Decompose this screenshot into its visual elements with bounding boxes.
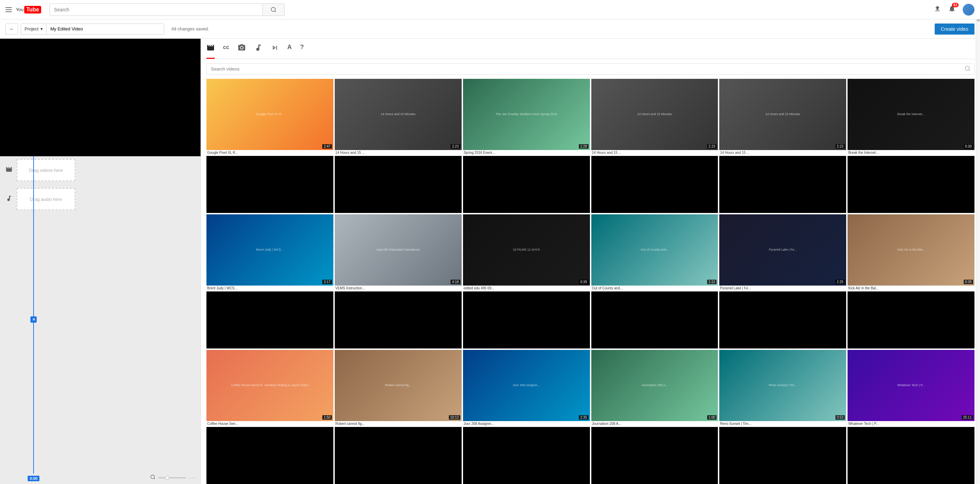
- video-card[interactable]: Journalism 208 A... 1:00 Journalism 208 …: [591, 350, 718, 484]
- upload-button[interactable]: [934, 5, 941, 14]
- project-name-input[interactable]: [47, 24, 164, 35]
- video-thumbnail: Jour 208 Assignm... 2:35: [463, 350, 590, 421]
- video-thumbnail: Kick Alz in the Bal... 0:35: [848, 214, 974, 286]
- video-duration: 25:11: [962, 415, 973, 420]
- notifications-button[interactable]: 83: [948, 5, 956, 14]
- svg-line-1: [275, 11, 275, 12]
- video-title: Coffee House Seri...: [207, 421, 333, 427]
- search-input[interactable]: [49, 3, 262, 16]
- video-card[interactable]: Robert cannot fig... 10:13 Robert cannot…: [335, 350, 461, 484]
- audio-drop-label: Drag audio here: [30, 197, 62, 202]
- video-thumbnail: Out of County and... 2:22: [591, 214, 718, 286]
- create-video-button[interactable]: Create video: [935, 24, 974, 35]
- video-thumbnail: 14 Hours and 15 Minutes 2:23: [719, 79, 846, 150]
- audio-drop-zone[interactable]: Drag audio here: [17, 188, 75, 210]
- video-card[interactable]: Google Pixel XL R... 2:47 Google Pixel X…: [207, 79, 333, 213]
- video-title: Spring 2016 Event...: [463, 150, 590, 156]
- menu-button[interactable]: [6, 7, 12, 12]
- video-duration: 4:18: [450, 280, 460, 284]
- header-actions: 83: [934, 4, 974, 16]
- video-thumbnail: Google Pixel XL R... 2:47: [207, 79, 333, 150]
- tab-video[interactable]: [207, 39, 215, 59]
- tab-help[interactable]: ?: [300, 39, 304, 59]
- video-drop-zone[interactable]: Drag videos here: [17, 159, 75, 181]
- video-thumbnail: Reno Sunset | Tim... 0:53: [719, 350, 846, 421]
- video-thumbnail: Pyramid Lake | Fe... 2:25: [719, 214, 846, 286]
- video-card[interactable]: Out of County and... 2:22 Out of County …: [591, 214, 718, 349]
- zoom-slider[interactable]: [158, 477, 186, 478]
- svg-line-6: [969, 70, 970, 70]
- preview-screen: [0, 39, 200, 156]
- main-content: ✕ Drag videos here Drag audio here 0:00: [0, 39, 980, 484]
- video-title: 14 Hours and 15 ...: [591, 150, 718, 156]
- video-title: Pyramid Lake | Fe...: [719, 286, 846, 292]
- video-title: VEMS Instruction...: [335, 286, 461, 292]
- timeline-scrubber[interactable]: [33, 156, 34, 474]
- tab-music[interactable]: [254, 39, 262, 59]
- video-thumbnail: 14 Hours and 15 Minutes 2:23: [591, 79, 718, 150]
- zoom-slider-thumb: [165, 476, 169, 480]
- scrubber-handle[interactable]: ✕: [30, 316, 37, 322]
- video-track: ✕ Drag videos here: [0, 156, 200, 184]
- tab-photo[interactable]: [237, 39, 246, 59]
- avatar[interactable]: [963, 4, 974, 16]
- video-card[interactable]: 14 Hours and 15 Minutes 2:23 14 Hours an…: [591, 79, 718, 213]
- zoom-icon[interactable]: [150, 474, 156, 481]
- zoom-controls: —: [150, 474, 195, 481]
- project-label: Project: [25, 26, 38, 32]
- video-thumbnail: Journalism 208 A... 1:00: [591, 350, 718, 421]
- video-card[interactable]: Jour 208 Assignm... 2:35 Jour 208 Assign…: [463, 350, 590, 484]
- video-thumbnail: Brent Judy | WCS... 3:17: [207, 214, 333, 286]
- video-title: 14 Hours and 15 ...: [335, 150, 461, 156]
- video-search-bar: [207, 63, 974, 75]
- svg-point-2: [151, 475, 154, 479]
- video-card[interactable]: The Joe Crowley Student Union Spring 201…: [463, 79, 590, 213]
- video-duration: 10:13: [449, 415, 460, 420]
- video-thumbnail: 10 FILMS 11 DAYS 0:39: [463, 214, 590, 286]
- svg-point-4: [241, 47, 243, 49]
- search-button[interactable]: [262, 3, 285, 16]
- right-panel: cc A ?: [200, 39, 980, 484]
- video-title: Robert cannot fig...: [335, 421, 461, 427]
- video-card[interactable]: Reno Sunset | Tim... 0:53 Reno Sunset | …: [719, 350, 846, 484]
- video-title: Reno Sunset | Tim...: [719, 421, 846, 427]
- audio-track-icon: [6, 195, 13, 204]
- project-dropdown[interactable]: Project ▾: [21, 24, 47, 35]
- video-duration: 2:47: [322, 144, 332, 149]
- video-title: Brent Judy | WCS...: [207, 286, 333, 292]
- video-duration: 0:53: [835, 415, 845, 420]
- video-duration: 0:30: [964, 144, 973, 149]
- video-card[interactable]: Coffee House Series ft. Jonathan Rolling…: [207, 350, 333, 484]
- video-card[interactable]: Brent Judy | WCS... 3:17 Brent Judy | WC…: [207, 214, 333, 349]
- scrollbar[interactable]: [976, 39, 980, 484]
- tab-cc[interactable]: cc: [223, 39, 229, 59]
- video-card[interactable]: Break the Internet... 0:30 Break the Int…: [848, 79, 974, 213]
- video-card[interactable]: 14 Hours and 15 Minutes 2:23 14 Hours an…: [719, 79, 846, 213]
- svg-point-0: [271, 7, 275, 11]
- header: YouTube 83: [0, 0, 980, 19]
- video-card[interactable]: Kick Alz in the Bal... 0:35 Kick Alz in …: [848, 214, 974, 349]
- video-card[interactable]: 10 FILMS 11 DAYS 0:39 edited edu 495 69.…: [463, 214, 590, 349]
- back-button[interactable]: ←: [6, 24, 18, 35]
- video-card[interactable]: Pyramid Lake | Fe... 2:25 Pyramid Lake |…: [719, 214, 846, 349]
- panel-tabs: cc A ?: [201, 39, 980, 59]
- youtube-logo[interactable]: YouTube: [16, 6, 41, 13]
- video-search-input[interactable]: [207, 63, 961, 74]
- video-card[interactable]: Whatever Tech | P... 25:11 Whatever Tech…: [848, 350, 974, 484]
- video-duration: 2:22: [707, 280, 716, 284]
- video-card[interactable]: 14 Hours and 15 Minutes 2:23 14 Hours an…: [335, 79, 461, 213]
- video-title: Whatever Tech | P...: [848, 421, 974, 427]
- video-title: Google Pixel XL R...: [207, 150, 333, 156]
- left-section: ✕ Drag videos here Drag audio here 0:00: [0, 39, 200, 484]
- video-card[interactable]: Input the Estimated Attendance 4:18 VEMS…: [335, 214, 461, 349]
- scrubber-time-label: 0:00: [28, 476, 40, 481]
- tab-text[interactable]: A: [287, 39, 292, 59]
- toolbar: ← Project ▾ All changes saved. Create vi…: [0, 19, 980, 39]
- video-track-icon: [6, 166, 13, 175]
- video-title: 14 Hours and 15 ...: [719, 150, 846, 156]
- project-dropdown-arrow: ▾: [40, 26, 43, 32]
- video-preview: [0, 39, 200, 156]
- video-duration: 0:35: [964, 280, 973, 284]
- video-duration: 2:23: [835, 144, 845, 149]
- tab-transitions[interactable]: [271, 39, 279, 59]
